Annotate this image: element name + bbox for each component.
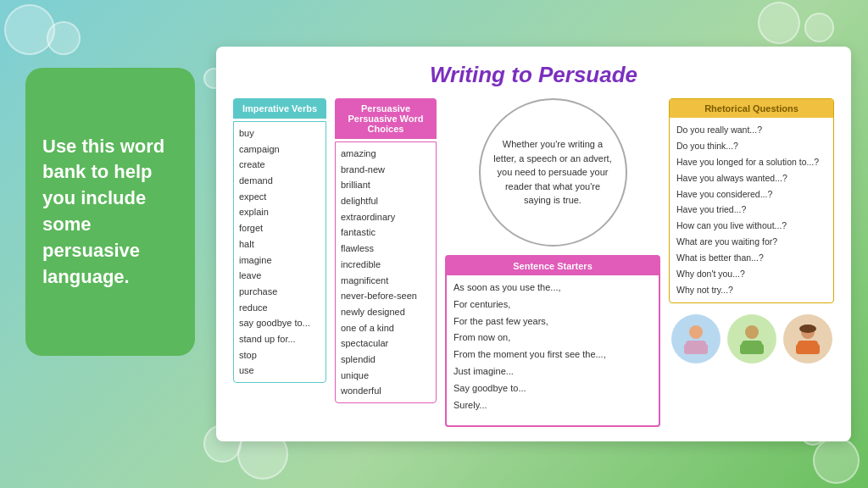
svg-rect-3	[701, 344, 708, 354]
avatar-1	[671, 314, 721, 363]
list-item: Have you tried...?	[676, 202, 826, 218]
svg-rect-12	[813, 344, 820, 354]
svg-rect-2	[684, 344, 691, 354]
list-item: From now on,	[453, 330, 652, 347]
list-item: Why not try...?	[676, 282, 826, 298]
list-item: demand	[239, 173, 320, 189]
list-item: For centuries,	[453, 297, 652, 313]
middle-column: Whether you're writing a letter, a speec…	[445, 98, 660, 427]
list-item: As soon as you use the...,	[453, 280, 652, 297]
list-item: delightful	[341, 193, 431, 209]
list-item: forget	[239, 220, 320, 236]
list-item: say goodbye to...	[239, 315, 320, 331]
list-item: Have you considered...?	[676, 186, 826, 202]
list-item: one of a kind	[341, 320, 431, 336]
bubble-8	[813, 437, 860, 484]
list-item: explain	[239, 204, 320, 220]
avatars-row	[669, 310, 834, 368]
list-item: amazing	[341, 146, 431, 162]
list-item: How can you live without...?	[676, 218, 826, 234]
sentence-starters-header: Sentence Starters	[447, 257, 659, 275]
list-item: magnificent	[341, 273, 431, 289]
list-item: leave	[239, 268, 320, 284]
rhetorical-questions-box: Rhetorical Questions Do you really want.…	[669, 98, 834, 303]
list-item: flawless	[341, 241, 431, 257]
list-item: Surely...	[453, 397, 652, 414]
list-item: use	[239, 363, 320, 379]
imperative-verbs-header: Imperative Verbs	[233, 98, 326, 119]
list-item: buy	[239, 125, 320, 141]
svg-rect-11	[796, 344, 803, 354]
list-item: newly designed	[341, 304, 431, 320]
list-item: Have you always wanted...?	[676, 170, 826, 186]
list-item: create	[239, 157, 320, 173]
list-item: halt	[239, 236, 320, 252]
columns-wrapper: Imperative Verbs buy campaign create dem…	[233, 98, 834, 427]
persuasive-header-line1: Persuasive	[361, 103, 410, 114]
list-item: Just imagine...	[453, 363, 652, 380]
bubble-1	[4, 4, 55, 55]
list-item: Do you really want...?	[676, 122, 826, 138]
list-item: unique	[341, 368, 431, 384]
persuasive-word-choices-list: amazing brand-new brilliant delightful e…	[335, 141, 437, 403]
svg-point-4	[745, 325, 759, 339]
list-item: Do you think...?	[676, 138, 826, 154]
list-item: splendid	[341, 352, 431, 368]
sentence-starters-list: As soon as you use the..., For centuries…	[447, 275, 659, 418]
list-item: stand up for...	[239, 331, 320, 347]
list-item: What are you waiting for?	[676, 234, 826, 250]
avatar-2	[727, 314, 776, 363]
list-item: reduce	[239, 300, 320, 316]
persuasive-word-choices-column: Persuasive Persuasive Word Choices amazi…	[335, 98, 437, 427]
svg-point-0	[689, 325, 703, 339]
bubble-4	[804, 13, 834, 42]
list-item: Say goodbye to...	[453, 380, 652, 397]
list-item: Why don't you...?	[676, 266, 826, 282]
list-item: From the moment you first see the...,	[453, 347, 652, 363]
list-item: What is better than...?	[676, 250, 826, 266]
list-item: Have you longed for a solution to...?	[676, 154, 826, 170]
sidebar-panel: Use this word bank to help you include s…	[25, 68, 195, 356]
list-item: stop	[239, 347, 320, 363]
list-item: expect	[239, 189, 320, 205]
svg-point-9	[799, 324, 816, 333]
bubble-2	[47, 21, 81, 55]
list-item: extraordinary	[341, 209, 431, 225]
persuasion-circle: Whether you're writing a letter, a speec…	[479, 98, 627, 247]
main-card: Writing to Persuade Imperative Verbs buy…	[216, 47, 851, 441]
rhetorical-questions-column: Rhetorical Questions Do you really want.…	[669, 98, 834, 427]
list-item: never-before-seen	[341, 288, 431, 304]
svg-rect-6	[740, 344, 747, 354]
list-item: campaign	[239, 141, 320, 158]
list-item: fantastic	[341, 225, 431, 241]
list-item: spectacular	[341, 336, 431, 352]
list-item: wonderful	[341, 383, 431, 399]
page-title: Writing to Persuade	[233, 62, 834, 88]
sentence-starters-box: Sentence Starters As soon as you use the…	[445, 255, 660, 427]
list-item: For the past few years,	[453, 313, 652, 330]
rhetorical-questions-list: Do you really want...? Do you think...? …	[670, 118, 833, 302]
bubble-3	[758, 2, 800, 44]
svg-rect-7	[757, 344, 764, 354]
list-item: purchase	[239, 284, 320, 300]
list-item: imagine	[239, 252, 320, 269]
avatar-3	[783, 314, 832, 363]
rhetorical-questions-header: Rhetorical Questions	[670, 99, 833, 118]
list-item: incredible	[341, 257, 431, 273]
persuasive-word-choices-header: Persuasive Persuasive Word Choices	[335, 98, 437, 139]
sidebar-text: Use this word bank to help you include s…	[42, 134, 178, 291]
imperative-verbs-list: buy campaign create demand expect explai…	[233, 121, 326, 383]
list-item: brand-new	[341, 162, 431, 178]
list-item: brilliant	[341, 177, 431, 193]
persuasive-header-line2: Persuasive Word Choices	[348, 114, 423, 134]
imperative-verbs-column: Imperative Verbs buy campaign create dem…	[233, 98, 326, 427]
